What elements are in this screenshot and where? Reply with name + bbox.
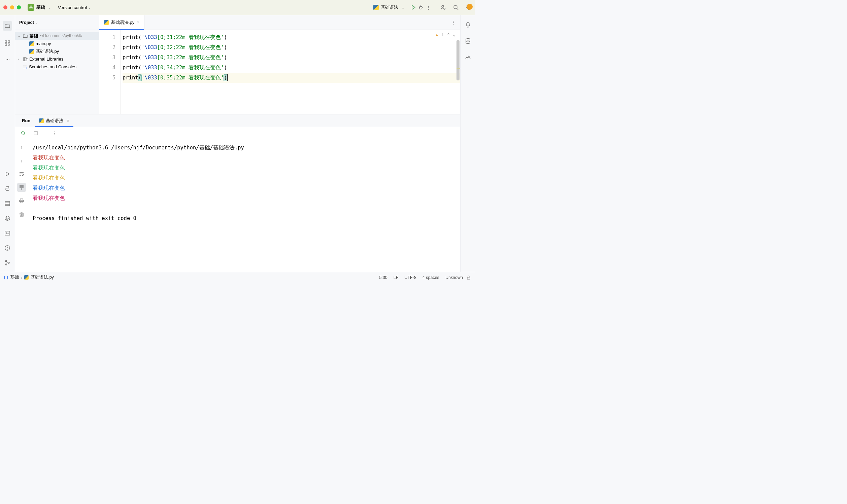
line-number: 4 — [99, 62, 116, 73]
tree-file-name: 基础语法.py — [36, 49, 59, 54]
tree-root[interactable]: ⌄ 基础 ~/Documents/python/基 — [15, 32, 99, 40]
scratches-icon — [22, 65, 27, 69]
run-tool-button[interactable] — [4, 170, 11, 178]
vcs-tool-button[interactable] — [4, 259, 11, 267]
code-with-me-icon[interactable] — [440, 4, 446, 11]
scroll-to-end-button[interactable] — [17, 183, 26, 192]
status-bar: 基础 › 基础语法.py 5:30 LF UTF-8 4 spaces Unkn… — [0, 272, 475, 283]
editor-scrollbar[interactable] — [457, 40, 460, 80]
svg-line-10 — [457, 8, 458, 10]
close-window-button[interactable] — [3, 5, 7, 10]
run-config-selector[interactable]: 基础语法 ⌄ — [373, 4, 406, 11]
project-tool-button[interactable] — [3, 21, 12, 31]
up-stack-button[interactable]: ↑ — [17, 143, 26, 151]
more-run-actions-button[interactable]: ⋮ — [51, 129, 58, 137]
problems-tool-button[interactable] — [4, 244, 11, 252]
right-tool-rail — [460, 15, 475, 272]
toolbar-separator — [45, 130, 45, 136]
prev-highlight-button[interactable]: ⌃ — [447, 32, 450, 37]
tree-label: External Libraries — [29, 56, 63, 61]
tree-external-libraries[interactable]: › External Libraries — [15, 55, 99, 63]
line-number: 2 — [99, 42, 116, 53]
navigation-bar[interactable]: 基础 › 基础语法.py — [4, 274, 54, 280]
settings-icon[interactable] — [465, 4, 472, 11]
next-highlight-button[interactable]: ⌄ — [453, 32, 456, 37]
tree-file[interactable]: main.py — [15, 40, 99, 48]
editor-tab[interactable]: 基础语法.py × — [99, 15, 144, 30]
run-config-tab[interactable]: 基础语法 × — [35, 114, 73, 127]
cursor-position[interactable]: 5:30 — [379, 275, 387, 280]
svg-rect-13 — [8, 41, 10, 42]
svg-point-24 — [5, 260, 7, 262]
sciview-tool-button[interactable] — [464, 54, 472, 61]
breadcrumb-file[interactable]: 基础语法.py — [31, 274, 54, 280]
editor-tabs-more-button[interactable]: ⋮ — [446, 15, 460, 30]
clear-all-button[interactable] — [17, 210, 26, 219]
stop-button[interactable] — [32, 129, 39, 137]
indent-settings[interactable]: 4 spaces — [423, 275, 439, 280]
svg-rect-18 — [5, 204, 10, 205]
tree-scratches[interactable]: Scratches and Consoles — [15, 63, 99, 71]
svg-line-5 — [422, 6, 422, 7]
file-encoding[interactable]: UTF-8 — [404, 275, 416, 280]
more-tool-windows-button[interactable]: ⋯ — [4, 55, 11, 63]
line-number: 3 — [99, 53, 116, 62]
svg-rect-12 — [5, 41, 7, 42]
svg-point-15 — [8, 44, 10, 46]
editor-highlight-marker — [457, 68, 460, 69]
console-blank-line — [33, 203, 456, 213]
debug-button[interactable] — [417, 4, 424, 11]
readonly-lock-icon[interactable] — [466, 275, 471, 280]
console-output[interactable]: /usr/local/bin/python3.6 /Users/hjf/Docu… — [28, 139, 460, 272]
code-line: print('\033[0;34;22m 看我现在变色') — [123, 62, 460, 73]
close-tab-button[interactable]: × — [67, 118, 69, 123]
structure-tool-button[interactable] — [4, 39, 11, 47]
python-icon — [373, 5, 379, 10]
tree-file[interactable]: 基础语法.py — [15, 48, 99, 55]
print-button[interactable] — [17, 197, 26, 205]
svg-point-6 — [442, 5, 444, 7]
svg-point-26 — [8, 262, 10, 264]
chevron-down-icon: ⌄ — [88, 6, 91, 10]
folder-icon — [23, 34, 28, 38]
inspection-widget[interactable]: ▲ 1 ⌃ ⌄ — [436, 32, 456, 37]
run-button[interactable] — [410, 4, 417, 11]
down-stack-button[interactable]: ↓ — [17, 156, 26, 165]
search-everywhere-icon[interactable] — [453, 4, 459, 11]
line-separator[interactable]: LF — [393, 275, 399, 280]
python-file-icon — [104, 20, 109, 25]
python-packages-tool-button[interactable] — [4, 200, 11, 207]
notifications-button[interactable] — [464, 21, 472, 29]
project-tree[interactable]: ⌄ 基础 ~/Documents/python/基 main.py 基础语法.p… — [15, 30, 99, 73]
interpreter-widget[interactable]: Unknown — [445, 275, 463, 280]
code-line: print('\033[0;33;22m 看我现在变色') — [123, 53, 460, 62]
project-panel-title[interactable]: Project — [19, 20, 34, 25]
vcs-widget[interactable]: Version control ⌄ — [58, 5, 92, 10]
more-actions-button[interactable]: ⋮ — [424, 4, 432, 11]
soft-wrap-button[interactable] — [17, 169, 26, 178]
console-line: 看我现在变色 — [33, 183, 456, 193]
database-tool-button[interactable] — [464, 37, 472, 45]
run-tool-title[interactable]: Run — [19, 114, 33, 127]
run-toolbar: ⋮ — [15, 127, 460, 139]
tree-label: Scratches and Consoles — [29, 64, 76, 69]
terminal-tool-button[interactable] — [4, 230, 11, 237]
module-icon — [4, 275, 8, 280]
project-badge: 基 — [28, 4, 34, 11]
rerun-button[interactable] — [19, 129, 27, 137]
project-name[interactable]: 基础 — [36, 4, 45, 11]
console-command: /usr/local/bin/python3.6 /Users/hjf/Docu… — [33, 143, 456, 153]
editor-body[interactable]: 1 2 3 4 5 print('\033[0;31;22m 看我现在变色') … — [99, 30, 460, 114]
python-console-tool-button[interactable] — [4, 185, 11, 193]
svg-rect-29 — [26, 57, 27, 60]
close-tab-button[interactable]: × — [137, 20, 139, 25]
console-exit-line: Process finished with exit code 0 — [33, 213, 456, 223]
minimize-window-button[interactable] — [10, 5, 14, 10]
chevron-down-icon[interactable]: ⌄ — [35, 20, 38, 24]
maximize-window-button[interactable] — [17, 5, 21, 10]
breadcrumb-root[interactable]: 基础 — [10, 274, 19, 280]
code-area[interactable]: print('\033[0;31;22m 看我现在变色') print('\03… — [121, 30, 460, 114]
settings-notification-dot — [466, 4, 473, 10]
chevron-down-icon[interactable]: ⌄ — [48, 6, 51, 10]
services-tool-button[interactable] — [4, 215, 11, 222]
